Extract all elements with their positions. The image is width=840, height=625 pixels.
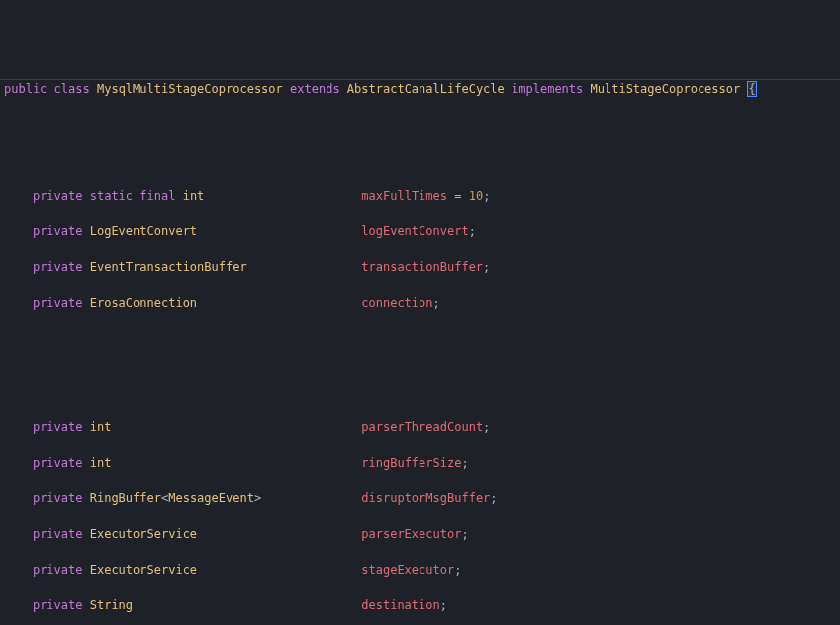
keyword: private <box>33 189 83 203</box>
keyword: class <box>54 82 90 96</box>
type: int <box>90 456 112 470</box>
keyword: private <box>33 527 83 541</box>
type: String <box>90 598 133 612</box>
field-name: disruptorMsgBuffer <box>361 491 490 505</box>
type: int <box>183 189 205 203</box>
keyword: private <box>33 224 83 238</box>
keyword: private <box>33 491 83 505</box>
code-line: public class MysqlMultiStageCoprocessor … <box>4 80 840 98</box>
field-declaration: private int ringBufferSize; <box>4 454 840 472</box>
field-name: transactionBuffer <box>361 260 483 274</box>
type: ExecutorService <box>90 527 197 541</box>
keyword: extends <box>290 82 340 96</box>
type: RingBuffer <box>90 491 161 505</box>
field-declaration: private RingBuffer<MessageEvent> disrupt… <box>4 490 840 507</box>
keyword: private <box>33 563 83 577</box>
field-name: stageExecutor <box>361 563 454 577</box>
field-declaration: private static final int maxFullTimes = … <box>4 187 840 205</box>
type: LogEventConvert <box>90 224 197 238</box>
class-name: MysqlMultiStageCoprocessor <box>97 82 283 96</box>
number-literal: 10 <box>469 189 483 203</box>
code-editor[interactable]: public class MysqlMultiStageCoprocessor … <box>0 79 840 625</box>
keyword: private <box>33 420 83 434</box>
field-name: parserExecutor <box>361 527 461 541</box>
field-name: logEventConvert <box>361 224 468 238</box>
keyword: private <box>33 260 83 274</box>
type-param: MessageEvent <box>168 491 254 505</box>
field-declaration: private LogEventConvert logEventConvert; <box>4 223 840 240</box>
field-name: connection <box>361 296 432 310</box>
parent-class: AbstractCanalLifeCycle <box>347 82 505 96</box>
field-declaration: private int parserThreadCount; <box>4 418 840 436</box>
keyword: public <box>4 82 47 96</box>
keyword: private <box>33 296 83 310</box>
type: int <box>90 420 112 434</box>
field-name: ringBufferSize <box>361 456 461 470</box>
brace-open: { <box>747 81 756 97</box>
field-declaration: private String destination; <box>4 596 840 614</box>
keyword: implements <box>512 82 583 96</box>
keyword: private <box>33 456 83 470</box>
keyword: private <box>33 598 83 612</box>
type: ExecutorService <box>90 563 197 577</box>
field-declaration: private ExecutorService stageExecutor; <box>4 561 840 579</box>
field-declaration: private ErosaConnection connection; <box>4 294 840 312</box>
type: ErosaConnection <box>90 296 197 310</box>
field-declaration: private ExecutorService parserExecutor; <box>4 525 840 543</box>
type: EventTransactionBuffer <box>90 260 247 274</box>
field-name: parserThreadCount <box>361 420 483 434</box>
field-name: maxFullTimes <box>361 189 447 203</box>
field-declaration: private EventTransactionBuffer transacti… <box>4 258 840 276</box>
interface-name: MultiStageCoprocessor <box>591 82 741 96</box>
keyword: static <box>90 189 133 203</box>
field-name: destination <box>361 598 439 612</box>
keyword: final <box>140 189 175 203</box>
